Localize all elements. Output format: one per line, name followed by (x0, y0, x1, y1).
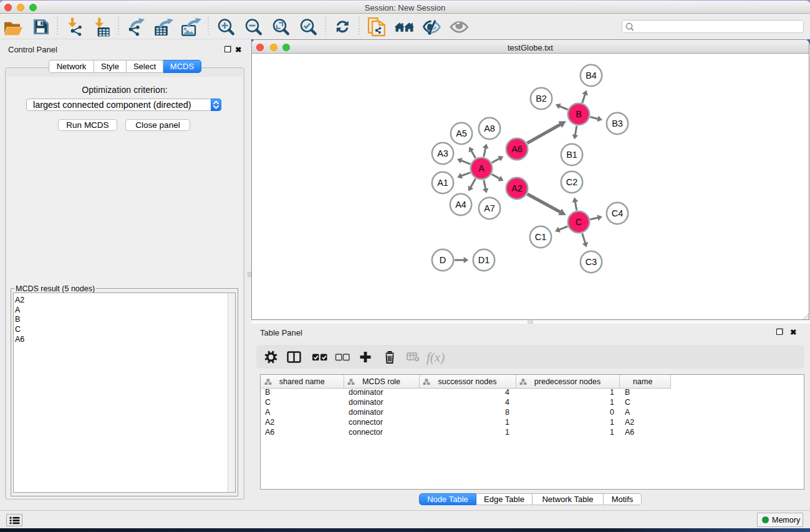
svg-text:B1: B1 (566, 150, 577, 160)
svg-text:f(x): f(x) (427, 350, 445, 365)
svg-text:A8: A8 (484, 123, 495, 133)
svg-text:D: D (440, 255, 446, 265)
svg-text:A5: A5 (456, 128, 467, 138)
svg-text:A1: A1 (437, 178, 448, 188)
svg-text:C1: C1 (535, 232, 547, 242)
svg-text:C3: C3 (586, 257, 597, 267)
svg-text:B4: B4 (586, 70, 597, 80)
svg-text:A4: A4 (455, 200, 466, 210)
svg-text:B3: B3 (612, 118, 623, 128)
svg-text:A2: A2 (511, 183, 523, 193)
svg-text:A3: A3 (437, 148, 448, 158)
svg-text:A6: A6 (511, 144, 523, 154)
svg-text:C4: C4 (612, 208, 624, 218)
svg-text:A7: A7 (484, 203, 495, 213)
svg-text:C2: C2 (566, 177, 578, 187)
svg-text:B: B (576, 109, 582, 119)
svg-text:A: A (478, 163, 485, 173)
svg-text:B2: B2 (536, 94, 547, 104)
svg-text:D1: D1 (478, 255, 490, 265)
svg-text:C: C (576, 217, 582, 227)
